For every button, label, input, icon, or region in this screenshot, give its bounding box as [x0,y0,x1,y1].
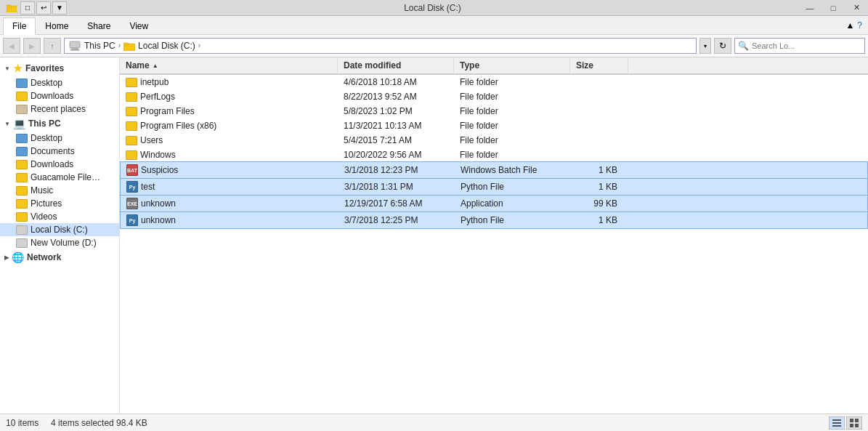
details-view-button[interactable] [829,416,845,430]
expand-ribbon-icon[interactable]: ▲ [845,20,854,31]
svg-rect-11 [855,419,859,422]
sidebar-item-local-disk[interactable]: Local Disk (C:) [0,223,119,236]
file-size [570,110,628,113]
network-header[interactable]: ▶ 🌐 Network [0,249,119,265]
svg-rect-8 [832,422,841,424]
favorites-header[interactable]: ▼ ★ Favorites [0,60,119,76]
this-pc-expand-icon: ▼ [4,121,10,127]
file-size [570,81,628,84]
table-row[interactable]: Users 5/4/2015 7:21 AM File folder [120,133,868,148]
file-size [570,124,628,127]
tab-share[interactable]: Share [78,17,120,34]
file-name: PerfLogs [120,90,338,103]
table-row[interactable]: PerfLogs 8/22/2013 9:52 AM File folder [120,89,868,104]
network-label: Network [27,252,61,262]
sidebar-item-guacamole[interactable]: Guacamole Filesyste [0,171,119,184]
col-header-type[interactable]: Type [454,57,570,73]
back-button[interactable]: ◀ [3,38,20,54]
address-bar-area: ◀ ▶ ↑ This PC › Local Disk (C:) › ▾ [0,35,868,57]
sidebar-item-documents-pc-label: Documents [31,146,75,156]
table-row[interactable]: inetpub 4/6/2018 10:18 AM File folder [120,75,868,89]
search-box[interactable]: 🔍 [734,38,865,54]
list-view-button[interactable] [846,416,862,430]
svg-rect-10 [850,419,853,422]
quick-access-toolbar[interactable]: □ ↩ ▼ [20,1,67,15]
address-path[interactable]: This PC › Local Disk (C:) › [64,38,697,54]
videos-icon [16,212,28,222]
folder-row-icon [126,92,137,102]
file-size [570,153,628,156]
col-header-size[interactable]: Size [570,57,628,73]
file-name: Py test [121,180,338,194]
file-date: 10/20/2022 9:56 AM [338,148,454,161]
sidebar-item-recent-fav[interactable]: Recent places [0,102,119,116]
maximize-button[interactable]: □ [822,0,845,16]
view-controls [829,416,862,430]
sidebar-item-music[interactable]: Music [0,184,119,197]
sidebar-item-downloads-fav[interactable]: Downloads [0,89,119,102]
path-this-pc[interactable]: This PC [84,41,115,51]
this-pc-header[interactable]: ▼ 💻 This PC [0,116,119,132]
python-file-icon: Py [126,214,138,226]
table-row[interactable]: Py unknown 3/7/2018 12:25 PM Python File… [120,212,868,229]
selection-info: 4 items selected 98.4 KB [51,418,147,428]
file-type: File folder [454,119,570,132]
refresh-button[interactable]: ↻ [714,38,731,54]
up-button[interactable]: ↑ [44,38,61,54]
file-type: File folder [454,134,570,147]
folder-icon [6,2,17,14]
address-dropdown[interactable]: ▾ [699,38,711,54]
minimize-button[interactable]: — [798,0,822,16]
file-size [570,95,628,98]
file-name: BAT Suspicios [121,163,338,177]
file-type: File folder [454,90,570,103]
col-header-date[interactable]: Date modified [338,57,454,73]
file-date: 12/19/2017 6:58 AM [338,197,455,210]
local-disk-icon [16,225,28,235]
table-row[interactable]: Windows 10/20/2022 9:56 AM File folder [120,148,868,162]
file-date: 3/1/2018 1:31 PM [338,180,455,193]
tab-file[interactable]: File [3,17,36,35]
sidebar-item-desktop-fav[interactable]: Desktop [0,76,119,89]
favorites-label: Favorites [25,63,64,73]
path-local-disk[interactable]: Local Disk (C:) [138,41,195,51]
sidebar-item-new-volume[interactable]: New Volume (D:) [0,236,119,249]
sidebar-item-pictures-label: Pictures [31,198,62,209]
col-header-name[interactable]: Name ▲ [120,57,338,73]
file-size [570,139,628,142]
table-row[interactable]: EXE unknown 12/19/2017 6:58 AM Applicati… [120,195,868,212]
tab-view[interactable]: View [120,17,158,34]
table-row[interactable]: BAT Suspicios 3/1/2018 12:23 PM Windows … [120,161,868,179]
sidebar-item-downloads-pc[interactable]: Downloads [0,158,119,171]
file-date: 4/6/2018 10:18 AM [338,76,454,89]
file-name: Py unknown [121,213,338,227]
sidebar-item-documents-pc[interactable]: Documents [0,145,119,158]
close-button[interactable]: ✕ [845,0,868,16]
file-date: 3/1/2018 12:23 PM [338,164,455,177]
path-sep-2: › [198,41,200,49]
this-pc-icon: 💻 [13,118,25,129]
forward-button[interactable]: ▶ [23,38,41,54]
help-icon[interactable]: ? [857,20,862,31]
title-bar: □ ↩ ▼ Local Disk (C:) — □ ✕ [0,0,868,16]
sidebar-item-pictures[interactable]: Pictures [0,197,119,210]
this-pc-label: This PC [28,118,61,129]
file-type: File folder [454,148,570,161]
sidebar-item-videos[interactable]: Videos [0,210,119,223]
window-controls: — □ ✕ [798,0,868,16]
tab-home[interactable]: Home [36,17,78,34]
path-sep-1: › [118,41,121,49]
table-row[interactable]: Program Files (x86) 11/3/2021 10:13 AM F… [120,118,868,133]
file-type: File folder [454,105,570,118]
table-row[interactable]: Program Files 5/8/2023 1:02 PM File fold… [120,104,868,118]
qs-dropdown[interactable]: ▼ [52,1,67,15]
qs-undo[interactable]: ↩ [36,1,51,15]
file-name: Windows [120,148,338,161]
table-row[interactable]: Py test 3/1/2018 1:31 PM Python File 1 K… [120,178,868,196]
qs-save[interactable]: □ [20,1,35,15]
file-name: Users [120,134,338,147]
file-type: Application [455,197,571,210]
search-input[interactable] [752,41,861,50]
svg-rect-6 [123,43,129,45]
sidebar-item-desktop-pc[interactable]: Desktop [0,132,119,145]
